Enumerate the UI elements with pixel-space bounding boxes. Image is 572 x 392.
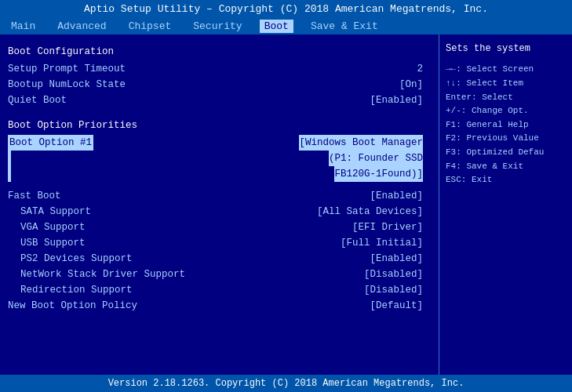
config-label: Fast Boot (8, 188, 61, 204)
config-value: [On] (399, 77, 423, 93)
config-row: NetWork Stack Driver Support[Disabled] (8, 267, 431, 282)
config-label: New Boot Option Policy (8, 298, 137, 314)
config-value: (P1: Founder SSD (329, 151, 423, 166)
config-label: Redirection Support (20, 282, 133, 298)
config-label: PS2 Devices Support (20, 251, 133, 267)
config-value: 2 (417, 61, 423, 77)
config-label: NetWork Stack Driver Support (20, 267, 185, 282)
config-value: [Disabled] (364, 267, 423, 282)
menu-item-security[interactable]: Security (188, 20, 246, 33)
menu-item-chipset[interactable]: Chipset (124, 20, 177, 33)
boot-option-priorities-header: Boot Option Priorities (8, 118, 431, 133)
config-row: Bootup NumLock State[On] (8, 77, 431, 93)
key-hint: ↑↓: Select Item (446, 77, 566, 91)
right-panel: Sets the system →←: Select Screen↑↓: Sel… (439, 34, 572, 375)
key-hint: F3: Optimized Defau (446, 146, 566, 160)
config-row: Fast Boot[Enabled] (8, 188, 431, 204)
config-value: [Default] (370, 298, 423, 314)
config-label: Setup Prompt Timeout (8, 61, 126, 77)
config-value: [Enabled] (370, 188, 423, 204)
left-panel: Boot ConfigurationSetup Prompt Timeout2B… (0, 34, 439, 375)
footer-text: Version 2.18.1263. Copyright (C) 2018 Am… (108, 378, 465, 389)
config-value: [Enabled] (370, 251, 423, 267)
title-bar: Aptio Setup Utility – Copyright (C) 2018… (0, 0, 572, 18)
config-row: PS2 Devices Support[Enabled] (8, 251, 431, 267)
menu-item-main[interactable]: Main (6, 20, 40, 33)
help-text: Sets the system (446, 41, 566, 56)
key-hint: →←: Select Screen (446, 63, 566, 77)
config-label: VGA Support (20, 220, 86, 235)
title-text: Aptio Setup Utility – Copyright (C) 2018… (84, 3, 488, 15)
config-value: [Disabled] (364, 282, 423, 298)
menu-item-boot[interactable]: Boot (260, 20, 293, 33)
key-hint: F4: Save & Exit (446, 160, 566, 174)
menu-bar: MainAdvancedChipsetSecurityBootSave & Ex… (0, 18, 572, 34)
config-value: [Windows Boot Manager (299, 135, 423, 151)
key-hint: ESC: Exit (446, 173, 566, 187)
config-row-boot-option[interactable]: Boot Option #1[Windows Boot Manager (8, 135, 431, 151)
config-row: Quiet Boot[Enabled] (8, 93, 431, 108)
config-value: [All Sata Devices] (317, 204, 423, 220)
config-label (8, 166, 11, 182)
footer: Version 2.18.1263. Copyright (C) 2018 Am… (0, 375, 572, 392)
config-value: [Enabled] (370, 93, 423, 108)
config-row-boot-option[interactable]: FB120G-1Found)] (8, 166, 431, 182)
config-value: [EFI Driver] (352, 220, 423, 235)
config-value: [Full Initial] (341, 235, 423, 251)
config-label: USB Support (20, 235, 86, 251)
key-hint: Enter: Select (446, 91, 566, 105)
config-row-boot-option[interactable]: (P1: Founder SSD (8, 151, 431, 166)
config-row: USB Support[Full Initial] (8, 235, 431, 251)
boot-config-header: Boot Configuration (8, 44, 431, 60)
menu-item-advanced[interactable]: Advanced (53, 20, 111, 33)
config-label: Quiet Boot (8, 93, 67, 108)
config-row: SATA Support[All Sata Devices] (8, 204, 431, 220)
config-label (8, 151, 11, 166)
config-label: Bootup NumLock State (8, 77, 126, 93)
config-row: Setup Prompt Timeout2 (8, 61, 431, 77)
content-area: Boot ConfigurationSetup Prompt Timeout2B… (0, 34, 572, 375)
config-row: New Boot Option Policy[Default] (8, 298, 431, 314)
key-hint: F2: Previous Value (446, 132, 566, 146)
config-row: VGA Support[EFI Driver] (8, 220, 431, 235)
config-label: SATA Support (20, 204, 91, 220)
config-value: FB120G-1Found)] (334, 166, 423, 182)
key-hint: +/-: Change Opt. (446, 104, 566, 118)
config-label: Boot Option #1 (8, 135, 93, 151)
menu-item-save-and-exit[interactable]: Save & Exit (306, 20, 383, 33)
key-hint: F1: General Help (446, 118, 566, 132)
config-row: Redirection Support[Disabled] (8, 282, 431, 298)
